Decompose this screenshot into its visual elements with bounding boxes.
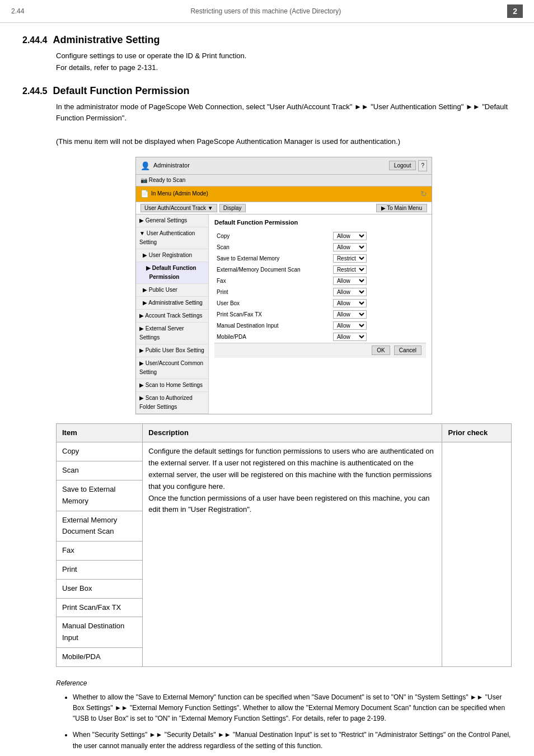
- table-item-cell: Scan: [57, 461, 143, 480]
- perm-row-copy: Copy AllowRestrict: [214, 231, 426, 242]
- perm-select-print[interactable]: AllowRestrict: [333, 288, 367, 296]
- sidebar-user-common[interactable]: ▶ User/Account Common Setting: [136, 357, 208, 379]
- perm-label-fax: Fax: [214, 276, 331, 287]
- sidebar-public-box[interactable]: ▶ Public User Box Setting: [136, 344, 208, 357]
- main-content: 2.44.4 Administrative Setting Configure …: [0, 23, 534, 756]
- perm-row-manual-dest: Manual Destination Input AllowRestrict: [214, 320, 426, 332]
- perm-select-manual-dest[interactable]: AllowRestrict: [333, 321, 367, 330]
- table-item-cell: Save to External Memory: [57, 480, 143, 511]
- header-title: Restricting users of this machine (Activ…: [190, 7, 341, 15]
- section-245-heading: 2.44.5 Default Function Permission: [22, 85, 512, 97]
- data-table: Item Description Prior check CopyConfigu…: [56, 423, 512, 667]
- ui-status-bar: 📷 Ready to Scan: [136, 175, 432, 186]
- section-244-para2: For details, refer to page 2-131.: [56, 62, 512, 74]
- reference-title: Reference: [56, 678, 512, 689]
- reference-item: Whether to allow the "Save to External M…: [73, 692, 512, 725]
- section-245-body: In the administrator mode of PageScope W…: [56, 101, 512, 756]
- reference-section: Reference Whether to allow the "Save to …: [56, 678, 512, 756]
- sidebar-ext-server[interactable]: ▶ External Server Settings: [136, 323, 208, 344]
- table-item-cell: Print Scan/Fax TX: [57, 598, 143, 617]
- table-desc-cell: Configure the default settings for funct…: [143, 442, 442, 666]
- sidebar-user-reg[interactable]: ▶ User Registration: [136, 249, 208, 262]
- perm-select-mobile[interactable]: AllowRestrict: [333, 333, 367, 341]
- header-section: 2.44: [11, 7, 24, 15]
- reference-item: When "Security Settings" ►► "Security De…: [73, 730, 512, 751]
- ui-admin-label: Administrator: [153, 161, 190, 171]
- perm-select-userbox[interactable]: AllowRestrict: [333, 299, 367, 307]
- ui-body: ▶ General Settings ▼ User Authentication…: [136, 214, 432, 414]
- perm-label-ext-doc: External/Memory Document Scan: [214, 264, 331, 276]
- perm-select-fax[interactable]: AllowRestrict: [333, 277, 367, 285]
- ui-to-main-icon: ▶: [381, 205, 386, 211]
- ui-to-main-btn[interactable]: ▶ To Main Menu: [376, 204, 427, 212]
- perm-label-copy: Copy: [214, 231, 331, 242]
- ui-cancel-btn[interactable]: Cancel: [394, 346, 421, 355]
- sidebar-default-func[interactable]: ▶ Default Function Permission: [136, 262, 208, 284]
- section-244-para1: Configure settings to use or operate the…: [56, 50, 512, 62]
- section-245-para2: (This menu item will not be displayed wh…: [56, 136, 512, 148]
- perm-select-printscan[interactable]: AllowRestrict: [333, 310, 367, 319]
- perm-row-print: Print AllowRestrict: [214, 287, 426, 298]
- col-item: Item: [57, 423, 143, 442]
- ui-nav-tab1[interactable]: User Auth/Account Track ▼: [140, 204, 217, 212]
- perm-row-mobile: Mobile/PDA AllowRestrict: [214, 332, 426, 343]
- ui-mockup: 👤 Administrator Logout ? 📷 Ready to Scan…: [135, 157, 432, 414]
- table-item-cell: Manual Destination Input: [57, 617, 143, 648]
- perm-row-printscan: Print Scan/Fax TX AllowRestrict: [214, 309, 426, 320]
- ui-to-main-label: To Main Menu: [387, 205, 422, 211]
- perm-select-ext-doc[interactable]: RestrictAllow: [333, 265, 367, 274]
- sidebar-user-auth[interactable]: ▼ User Authentication Setting: [136, 227, 208, 249]
- ui-main-panel: Default Function Permission Copy AllowRe…: [209, 214, 432, 414]
- ui-top-bar: 👤 Administrator Logout ?: [136, 157, 432, 175]
- ui-help-icon[interactable]: ?: [418, 160, 427, 171]
- section-244-body: Configure settings to use or operate the…: [56, 50, 512, 74]
- col-desc: Description: [143, 423, 442, 442]
- ui-in-menu-label: In Menu (Admin Mode): [151, 189, 208, 198]
- perm-row-fax: Fax AllowRestrict: [214, 276, 426, 287]
- perm-select-save-ext[interactable]: RestrictAllow: [333, 254, 367, 263]
- ui-logout-btn[interactable]: Logout: [389, 161, 416, 170]
- ui-perm-table: Copy AllowRestrict Scan AllowRestrict Sa…: [214, 231, 426, 343]
- sidebar-scan-auth[interactable]: ▶ Scan to Authorized Folder Settings: [136, 392, 208, 414]
- table-row: CopyConfigure the default settings for f…: [57, 442, 512, 461]
- table-item-cell: Copy: [57, 442, 143, 461]
- section-244-num: 2.44.4: [22, 35, 47, 45]
- perm-label-print: Print: [214, 287, 331, 298]
- sidebar-account-track[interactable]: ▶ Account Track Settings: [136, 310, 208, 323]
- ui-ok-btn[interactable]: OK: [372, 346, 390, 355]
- col-prior: Prior check: [442, 423, 512, 442]
- perm-label-mobile: Mobile/PDA: [214, 332, 331, 343]
- perm-row-userbox: User Box AllowRestrict: [214, 298, 426, 309]
- table-item-cell: Print: [57, 560, 143, 579]
- ui-main-title: Default Function Permission: [214, 218, 426, 228]
- ui-nav-tab2[interactable]: Display: [219, 204, 246, 212]
- perm-select-scan[interactable]: AllowRestrict: [333, 243, 367, 251]
- perm-row-save-ext: Save to External Memory RestrictAllow: [214, 253, 426, 264]
- ui-in-menu-bar: 📄 In Menu (Admin Mode) ↻: [136, 186, 432, 202]
- page-header: 2.44 Restricting users of this machine (…: [0, 0, 534, 23]
- perm-label-printscan: Print Scan/Fax TX: [214, 309, 331, 320]
- perm-row-ext-doc: External/Memory Document Scan RestrictAl…: [214, 264, 426, 276]
- section-244-heading: 2.44.4 Administrative Setting: [22, 34, 512, 46]
- ui-sidebar: ▶ General Settings ▼ User Authentication…: [136, 214, 209, 414]
- sidebar-public-user[interactable]: ▶ Public User: [136, 284, 208, 297]
- perm-label-manual-dest: Manual Destination Input: [214, 320, 331, 332]
- sidebar-scan-home[interactable]: ▶ Scan to Home Settings: [136, 379, 208, 392]
- ui-ready-label: Ready to Scan: [149, 177, 186, 183]
- perm-label-scan: Scan: [214, 242, 331, 253]
- section-245-num: 2.44.5: [22, 86, 47, 96]
- sidebar-general[interactable]: ▶ General Settings: [136, 214, 208, 227]
- ui-nav-bar: User Auth/Account Track ▼ Display ▶ To M…: [136, 202, 432, 214]
- perm-select-copy[interactable]: AllowRestrict: [333, 232, 367, 240]
- table-prior-cell: [442, 442, 512, 666]
- perm-label-save-ext: Save to External Memory: [214, 253, 331, 264]
- ui-ok-bar: OK Cancel: [214, 343, 426, 358]
- page-badge: 2: [507, 4, 523, 18]
- section-245-para1: In the administrator mode of PageScope W…: [56, 101, 512, 125]
- sidebar-admin-setting[interactable]: ▶ Administrative Setting: [136, 297, 208, 310]
- perm-label-userbox: User Box: [214, 298, 331, 309]
- table-item-cell: Fax: [57, 542, 143, 561]
- reference-list: Whether to allow the "Save to External M…: [56, 692, 512, 756]
- table-item-cell: External Memory Document Scan: [57, 511, 143, 542]
- table-item-cell: User Box: [57, 579, 143, 598]
